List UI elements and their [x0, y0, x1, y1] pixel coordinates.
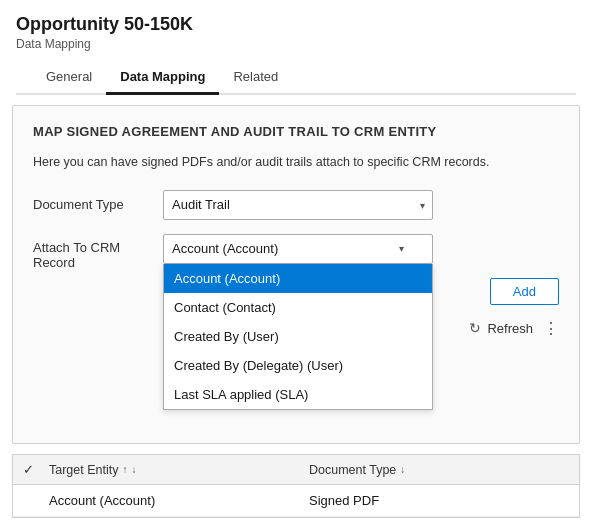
dropdown-item-created-by-delegate[interactable]: Created By (Delegate) (User) — [164, 351, 432, 380]
attach-dropdown-selected[interactable]: Account (Account) ▾ — [163, 234, 433, 264]
section-title: MAP SIGNED AGREEMENT AND AUDIT TRAIL TO … — [33, 124, 559, 139]
section-description: Here you can have signed PDFs and/or aud… — [33, 153, 559, 172]
attach-to-crm-row: Attach To CRMRecord Account (Account) ▾ … — [33, 234, 559, 270]
row-checkbox[interactable] — [23, 493, 43, 508]
attach-label: Attach To CRMRecord — [33, 234, 163, 270]
refresh-button[interactable]: Refresh — [487, 321, 533, 336]
dropdown-item-account[interactable]: Account (Account) — [164, 264, 432, 293]
header: Opportunity 50-150K Data Mapping General… — [0, 0, 592, 95]
table-header: ✓ Target Entity ↑ ↓ Document Type ↓ — [13, 455, 579, 485]
check-icon: ✓ — [23, 463, 34, 477]
entity-sort-up-icon[interactable]: ↑ — [122, 464, 127, 475]
mapping-table: ✓ Target Entity ↑ ↓ Document Type ↓ Acco… — [12, 454, 580, 518]
dropdown-item-contact[interactable]: Contact (Contact) — [164, 293, 432, 322]
page-wrapper: Opportunity 50-150K Data Mapping General… — [0, 0, 592, 528]
tab-data-mapping[interactable]: Data Mapping — [106, 61, 219, 95]
row-entity: Account (Account) — [49, 493, 309, 508]
content-card: MAP SIGNED AGREEMENT AND AUDIT TRAIL TO … — [12, 105, 580, 444]
add-button[interactable]: Add — [490, 278, 559, 305]
table-header-check: ✓ — [23, 462, 43, 477]
dropdown-item-created-by[interactable]: Created By (User) — [164, 322, 432, 351]
tab-general[interactable]: General — [32, 61, 106, 95]
refresh-icon[interactable]: ↻ — [469, 320, 481, 336]
tab-bar: General Data Mapping Related — [16, 61, 576, 95]
doctype-column-label: Document Type — [309, 463, 396, 477]
tab-related[interactable]: Related — [219, 61, 292, 95]
entity-sort-down-icon[interactable]: ↓ — [131, 464, 136, 475]
document-type-row: Document Type Audit Trail Signed PDF ▾ — [33, 190, 559, 220]
doctype-sort-down-icon[interactable]: ↓ — [400, 464, 405, 475]
attach-dropdown-container: Account (Account) ▾ Account (Account) Co… — [163, 234, 433, 264]
table-header-doctype: Document Type ↓ — [309, 462, 569, 477]
attach-dropdown-list: Account (Account) Contact (Contact) Crea… — [163, 264, 433, 410]
entity-column-label: Target Entity — [49, 463, 118, 477]
page-title: Opportunity 50-150K — [16, 14, 576, 35]
row-doc-type: Signed PDF — [309, 493, 569, 508]
document-type-select[interactable]: Audit Trail Signed PDF — [163, 190, 433, 220]
dropdown-item-last-sla[interactable]: Last SLA applied (SLA) — [164, 380, 432, 409]
table-row: Account (Account) Signed PDF — [13, 485, 579, 517]
table-header-entity: Target Entity ↑ ↓ — [49, 462, 309, 477]
more-options-icon[interactable]: ⋮ — [543, 319, 559, 338]
document-type-label: Document Type — [33, 197, 163, 212]
attach-dropdown-chevron-icon: ▾ — [399, 243, 404, 254]
document-type-select-wrapper: Audit Trail Signed PDF ▾ — [163, 190, 433, 220]
page-subtitle: Data Mapping — [16, 37, 576, 51]
attach-dropdown-value: Account (Account) — [172, 241, 399, 256]
